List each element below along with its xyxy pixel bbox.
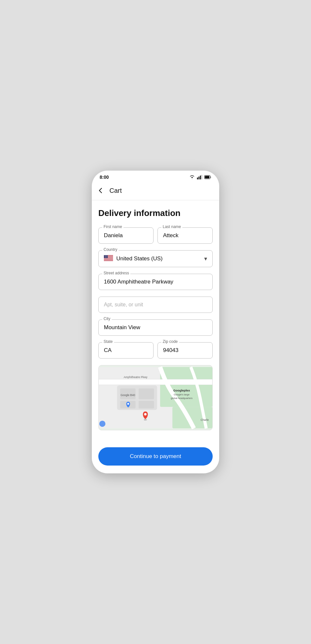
state-label: State	[102, 339, 114, 344]
svg-point-45	[144, 413, 147, 416]
street-group: Street address	[98, 274, 213, 290]
flag-icon: ★★★★ ★★★ ★★★★ ★★★	[104, 255, 113, 262]
page-title: Delivery information	[98, 208, 213, 218]
svg-rect-2	[200, 176, 201, 179]
svg-text:global headquarters: global headquarters	[171, 397, 193, 400]
status-bar: 8:00	[92, 171, 219, 182]
country-group: Country ★★★★	[98, 250, 213, 267]
country-label: Country	[102, 247, 119, 252]
signal-icon	[197, 175, 202, 179]
svg-rect-5	[205, 176, 209, 178]
scroll-content[interactable]: Delivery information First name Last nam…	[92, 200, 219, 443]
last-name-group: Last name	[157, 227, 213, 244]
city-label: City	[102, 316, 112, 321]
svg-rect-34	[139, 389, 154, 399]
map-svg: Amphitheatre Pkwy Google B40 Googleplex …	[99, 365, 212, 430]
svg-rect-36	[139, 401, 154, 408]
city-group: City	[98, 319, 213, 336]
map-preview: Amphitheatre Pkwy Google B40 Googleplex …	[98, 365, 213, 430]
svg-text:Googleplex: Googleplex	[173, 389, 190, 392]
svg-rect-0	[197, 177, 198, 179]
us-flag-svg: ★★★★ ★★★ ★★★★ ★★★	[104, 255, 113, 261]
svg-text:Google B40: Google B40	[121, 393, 135, 397]
wifi-icon	[189, 175, 195, 179]
zip-group: Zip code	[157, 342, 213, 359]
zip-label: Zip code	[161, 339, 179, 344]
svg-rect-12	[104, 260, 113, 260]
chevron-down-icon: ▾	[204, 255, 207, 262]
battery-icon	[204, 175, 211, 179]
last-name-label: Last name	[161, 224, 182, 229]
state-group: State	[98, 342, 154, 359]
svg-rect-11	[104, 259, 113, 259]
svg-text:Google's large: Google's large	[174, 393, 189, 396]
country-value: United States (US)	[116, 255, 201, 262]
svg-rect-10	[104, 258, 113, 259]
status-icons	[189, 175, 211, 179]
top-nav: Cart	[92, 182, 219, 200]
apt-input[interactable]	[98, 297, 213, 313]
svg-text:Charle: Charle	[201, 418, 209, 422]
continue-payment-button[interactable]: Continue to payment	[98, 447, 213, 466]
back-button[interactable]	[97, 186, 107, 195]
first-name-input[interactable]	[98, 227, 154, 244]
phone-frame: 8:00	[92, 171, 219, 473]
status-time: 8:00	[100, 175, 109, 180]
state-zip-row: State Zip code	[98, 342, 213, 359]
state-input[interactable]	[98, 342, 154, 359]
first-name-label: First name	[102, 224, 123, 229]
street-input[interactable]	[98, 274, 213, 290]
zip-input[interactable]	[157, 342, 213, 359]
svg-point-47	[99, 421, 106, 427]
nav-title: Cart	[109, 187, 122, 194]
svg-point-46	[144, 419, 147, 421]
last-name-input[interactable]	[157, 227, 213, 244]
street-label: Street address	[102, 271, 130, 275]
continue-btn-wrapper: Continue to payment	[92, 443, 219, 473]
svg-rect-1	[199, 176, 200, 179]
name-row: First name Last name	[98, 227, 213, 244]
svg-rect-3	[202, 175, 203, 179]
city-input[interactable]	[98, 319, 213, 336]
first-name-group: First name	[98, 227, 154, 244]
country-select[interactable]: ★★★★ ★★★ ★★★★ ★★★ United States (US) ▾	[98, 250, 213, 267]
svg-text:Amphitheatre Pkwy: Amphitheatre Pkwy	[123, 376, 148, 379]
svg-point-44	[127, 403, 129, 405]
apt-group	[98, 297, 213, 313]
